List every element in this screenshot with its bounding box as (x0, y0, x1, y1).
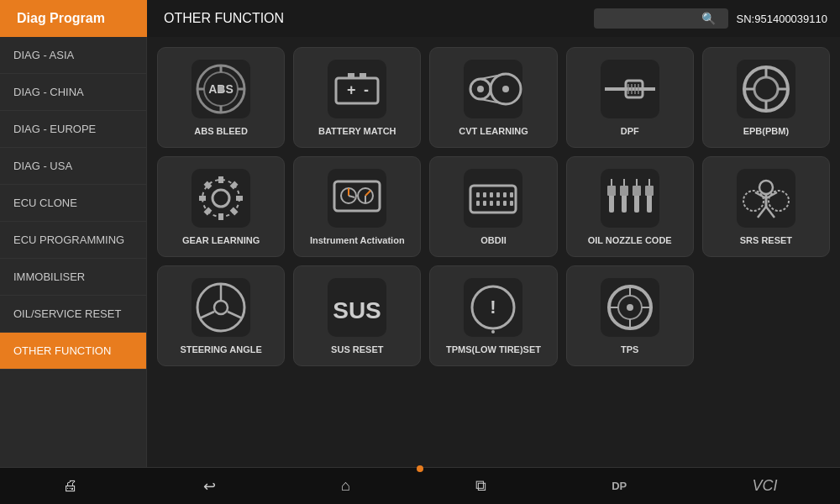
svg-rect-59 (496, 201, 500, 206)
grid-item-epb-pbm-[interactable]: EPB(PBM) (702, 47, 830, 148)
svg-rect-56 (476, 201, 480, 206)
svg-rect-66 (620, 186, 628, 196)
grid-item-abs-bleed[interactable]: ABS ABS BLEED (157, 47, 285, 148)
svg-rect-53 (496, 192, 500, 197)
svg-rect-69 (633, 186, 641, 196)
svg-rect-51 (483, 192, 486, 197)
svg-point-74 (759, 181, 773, 194)
svg-rect-52 (490, 192, 493, 197)
svg-rect-68 (634, 194, 639, 213)
svg-rect-40 (199, 196, 206, 201)
gear-icon (192, 169, 250, 228)
svg-rect-55 (510, 192, 513, 197)
grid-item-label: EPB(PBM) (743, 125, 789, 137)
instrument-icon (328, 169, 386, 228)
sidebar-item-immobiliser[interactable]: IMMOBILISER (0, 259, 146, 296)
grid-item-srs-reset[interactable]: SRS RESET (702, 156, 830, 257)
grid-item-tpms-low-tire-set[interactable]: ! TPMS(LOW TIRE)SET (429, 265, 557, 366)
svg-text:+: + (347, 81, 356, 98)
svg-rect-72 (645, 186, 654, 196)
svg-line-16 (480, 99, 506, 104)
svg-rect-62 (609, 194, 614, 213)
sidebar-item-diag---usa[interactable]: DIAG - USA (0, 148, 146, 185)
svg-rect-61 (510, 201, 513, 206)
grid-item-label: GEAR LEARNING (182, 234, 260, 246)
sidebar-item-ecu-programming[interactable]: ECU PROGRAMMING (0, 222, 146, 259)
svg-rect-34 (218, 176, 223, 183)
svg-point-32 (213, 190, 229, 207)
vci-button[interactable]: VCI (735, 472, 794, 500)
svg-line-46 (349, 196, 354, 197)
grid-item-label: TPMS(LOW TIRE)SET (446, 344, 541, 355)
svg-point-18 (502, 86, 509, 92)
grid-item-label: CVT LEARNING (459, 125, 528, 137)
grid-item-obdii[interactable]: OBDII (429, 156, 557, 257)
svg-rect-60 (503, 201, 507, 206)
grid-item-gear-learning[interactable]: GEAR LEARNING (157, 156, 285, 257)
grid-item-label: OIL NOZZLE CODE (588, 234, 672, 246)
search-input[interactable] (601, 13, 701, 25)
grid-item-label: TPS (621, 344, 638, 355)
sidebar-item-diag---europe[interactable]: DIAG - EUROPE (0, 111, 146, 148)
epb-icon (737, 60, 795, 118)
print-button[interactable]: 🖨 (46, 472, 95, 500)
dp-button[interactable]: DP (595, 475, 643, 497)
svg-rect-37 (230, 207, 239, 215)
svg-point-3 (218, 86, 224, 92)
grid-item-label: DPF (621, 125, 639, 137)
grid-item-oil-nozzle-code[interactable]: OIL NOZZLE CODE (566, 156, 694, 257)
svg-text:!: ! (491, 297, 496, 318)
svg-line-15 (480, 74, 506, 79)
sus-icon: SUS (328, 278, 386, 337)
svg-point-81 (769, 191, 789, 211)
sidebar-item-diag---china[interactable]: DIAG - CHINA (0, 74, 146, 111)
svg-rect-58 (490, 201, 493, 206)
sidebar: DIAG - ASIADIAG - CHINADIAG - EUROPEDIAG… (0, 37, 147, 467)
battery-icon: + - (328, 60, 386, 118)
grid-item-battery-match[interactable]: + - BATTERY MATCH (293, 47, 421, 148)
grid-item-label: ABS BLEED (194, 125, 248, 137)
grid-item-label: SRS RESET (740, 234, 792, 246)
svg-rect-49 (470, 186, 516, 213)
header: Diag Program OTHER FUNCTION 🔍 SN:9514000… (0, 0, 840, 37)
dpf-icon (601, 60, 659, 118)
search-box[interactable]: 🔍 (594, 8, 728, 29)
svg-rect-38 (218, 213, 223, 220)
svg-rect-10 (360, 73, 366, 78)
steering-icon (192, 278, 250, 337)
grid-item-label: STEERING ANGLE (180, 344, 261, 355)
cvt-icon (464, 60, 522, 118)
home-button[interactable]: ⌂ (324, 472, 367, 500)
svg-rect-8 (336, 78, 378, 103)
sidebar-item-ecu-clone[interactable]: ECU CLONE (0, 185, 146, 222)
svg-line-85 (200, 312, 215, 318)
svg-rect-57 (483, 201, 486, 206)
sidebar-item-oil-service-reset[interactable]: OIL/SERVICE RESET (0, 296, 146, 333)
grid-item-steering-angle[interactable]: STEERING ANGLE (157, 265, 285, 366)
svg-rect-36 (236, 196, 243, 201)
window-button[interactable]: ⧉ (459, 472, 503, 500)
svg-rect-9 (348, 73, 354, 78)
grid-item-tps[interactable]: TPS (566, 265, 694, 366)
srs-icon (737, 169, 795, 228)
grid-item-instrument-activation[interactable]: Instrument Activation (293, 156, 421, 257)
svg-text:-: - (364, 81, 369, 98)
grid-item-sus-reset[interactable]: SUS SUS RESET (293, 265, 421, 366)
grid-item-cvt-learning[interactable]: CVT LEARNING (429, 47, 557, 148)
abs-icon: ABS (192, 60, 250, 118)
serial-number: SN:951400039110 (737, 13, 840, 25)
content-area: ABS ABS BLEED + - BATTERY MATCH CVT LEAR (147, 37, 840, 467)
svg-rect-63 (607, 186, 616, 196)
grid-item-dpf[interactable]: DPF (566, 47, 694, 148)
grid-item-label: BATTERY MATCH (318, 125, 396, 137)
bottom-bar: 🖨 ↩ ⌂ ⧉ DP VCI (0, 467, 840, 504)
sidebar-item-other-function[interactable]: OTHER FUNCTION (0, 333, 146, 370)
svg-point-17 (477, 86, 484, 92)
sidebar-item-diag---asia[interactable]: DIAG - ASIA (0, 37, 146, 74)
svg-rect-50 (476, 192, 480, 197)
svg-line-86 (228, 312, 243, 318)
grid-item-label: Instrument Activation (310, 234, 405, 246)
svg-rect-65 (622, 194, 627, 213)
back-button[interactable]: ↩ (186, 472, 233, 501)
svg-rect-54 (503, 192, 507, 197)
